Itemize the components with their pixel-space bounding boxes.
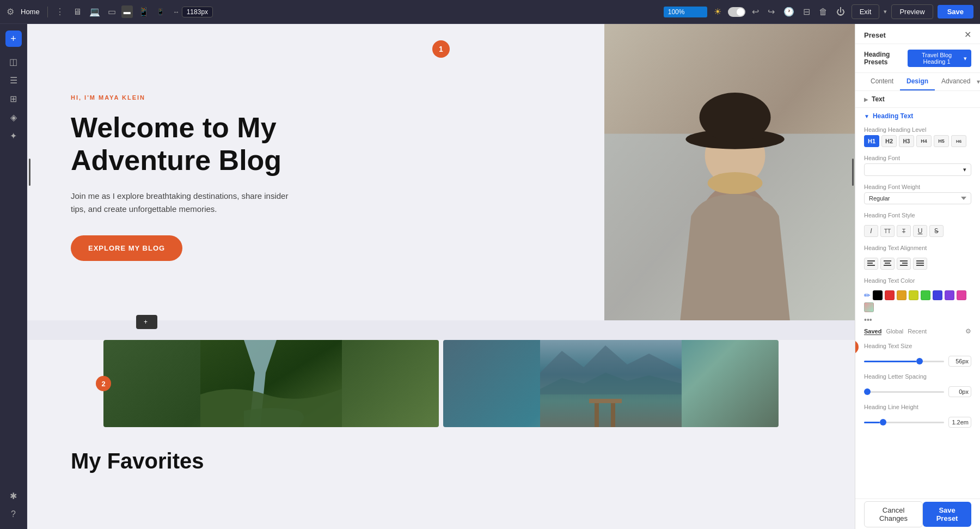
color-tab-global[interactable]: Global [886, 328, 903, 335]
dots-icon[interactable]: ⋮ [56, 7, 64, 17]
presets-dropdown[interactable]: Travel Blog Heading 1 ▾ [908, 50, 971, 67]
heading-font-row: Heading Font ▾ [855, 153, 980, 178]
text-size-value[interactable]: 56px [948, 356, 971, 367]
color-swatch-blue[interactable] [933, 290, 942, 300]
columns-icon[interactable]: ⊟ [801, 4, 812, 19]
text-section-title: Text [872, 95, 885, 103]
sun-icon[interactable]: ☀ [712, 4, 724, 19]
color-swatch-orange[interactable] [897, 290, 906, 300]
tabs-chevron-icon[interactable]: ▾ [977, 78, 980, 86]
phone-icon[interactable]: 📱 [136, 4, 151, 19]
heading-text-color-row: Heading Text Color [855, 275, 980, 288]
exit-chevron-icon[interactable]: ▾ [884, 8, 887, 15]
line-height-value[interactable]: 1.2em [948, 417, 971, 428]
undo-icon[interactable]: ↩ [750, 4, 761, 19]
hero-title: Welcome to My Adventure Blog [71, 112, 572, 177]
tab-design[interactable]: Design [900, 73, 935, 90]
cancel-changes-button[interactable]: Cancel Changes [864, 501, 923, 527]
strikethrough-button[interactable]: S̶ [929, 225, 944, 237]
toolbar: ⚙ Home ⋮ 🖥 💻 ▭ ▬ 📱 📱 ↔ 1183px 100% ☀ ↩ ↪… [0, 0, 980, 24]
uppercase-button[interactable]: TT [880, 225, 895, 237]
close-panel-button[interactable]: ✕ [964, 31, 971, 39]
search-input[interactable]: 100% [664, 7, 707, 17]
color-tab-recent[interactable]: Recent [908, 328, 927, 335]
heading-line-height-row: Heading Line Height [855, 402, 980, 415]
phone-small-icon[interactable]: 📱 [155, 6, 167, 17]
capitalize-button[interactable]: T [897, 225, 911, 237]
color-swatch-purple[interactable] [945, 290, 954, 300]
sidebar-media-icon[interactable]: ⊞ [5, 90, 22, 107]
tab-content[interactable]: Content [864, 73, 900, 90]
text-size-slider[interactable] [864, 357, 944, 366]
toolbar-right: 100% ☀ ↩ ↪ 🕐 ⊟ 🗑 ⏻ Exit ▾ Preview Save [664, 4, 973, 19]
save-preset-button[interactable]: Save Preset [923, 502, 971, 527]
sidebar-components-icon[interactable]: ◈ [5, 109, 22, 125]
h1-button[interactable]: H1 [864, 135, 879, 147]
main-area: + ◫ ☰ ⊞ ◈ ✦ ✱ ? 1 HI, I'M MAYA KLEIN [0, 24, 980, 529]
color-swatch-green[interactable] [921, 290, 930, 300]
h2-button[interactable]: H2 [881, 135, 897, 147]
sidebar-settings-icon[interactable]: ✱ [5, 488, 22, 504]
sidebar-pages-icon[interactable]: ☰ [5, 72, 22, 88]
hero-section[interactable]: HI, I'M MAYA KLEIN Welcome to My Adventu… [27, 24, 855, 320]
letter-spacing-slider[interactable] [864, 387, 944, 396]
h5-button[interactable]: H5 [934, 135, 949, 147]
save-button[interactable]: Save [938, 5, 973, 19]
align-left-button[interactable] [864, 258, 878, 270]
letter-spacing-value[interactable]: 0px [948, 386, 971, 397]
h3-button[interactable]: H3 [899, 135, 914, 147]
h4-button[interactable]: H4 [916, 135, 932, 147]
sidebar-help-icon[interactable]: ? [5, 506, 22, 522]
gear-icon[interactable]: ⚙ [7, 7, 14, 17]
add-element-button[interactable]: + [5, 31, 22, 47]
underline-button[interactable]: U [913, 225, 927, 237]
clock-icon[interactable]: 🕐 [781, 4, 797, 19]
align-justify-button[interactable] [913, 258, 927, 270]
heading-font-weight-label: Heading Font Weight [864, 184, 971, 190]
power-icon[interactable]: ⏻ [834, 5, 847, 19]
sidebar-apps-icon[interactable]: ✦ [5, 127, 22, 144]
line-height-thumb[interactable] [880, 419, 886, 425]
align-center-button[interactable] [880, 258, 895, 270]
color-swatch-pink[interactable] [957, 290, 966, 300]
left-sidebar: + ◫ ☰ ⊞ ◈ ✦ ✱ ? [0, 24, 27, 529]
text-section-header[interactable]: ▶ Text [855, 91, 980, 107]
heading-font-weight-select[interactable]: Regular Bold Light [864, 192, 971, 204]
italic-button[interactable]: I [864, 225, 878, 237]
redo-icon[interactable]: ↪ [765, 4, 777, 19]
tablet-icon[interactable]: ▭ [106, 4, 118, 19]
h6-button[interactable]: H6 [951, 135, 966, 147]
heading-font-selector[interactable]: ▾ [864, 163, 971, 176]
desktop-icon[interactable]: 🖥 [71, 5, 84, 19]
resize-left-handle[interactable] [27, 24, 32, 320]
color-swatch-red[interactable] [885, 290, 895, 300]
color-more-icon[interactable]: ••• [864, 315, 872, 324]
sidebar-layers-icon[interactable]: ◫ [5, 53, 22, 70]
color-swatch-yellow-green[interactable] [909, 290, 918, 300]
add-section-button[interactable]: + [136, 315, 157, 329]
tab-advanced[interactable]: Advanced [935, 73, 977, 90]
color-swatch-gradient[interactable] [864, 302, 874, 312]
step-2-size-badge: 2 [855, 340, 859, 354]
resize-right-handle[interactable] [850, 24, 855, 320]
trash-icon[interactable]: 🗑 [817, 5, 830, 19]
color-swatch-black[interactable] [873, 290, 883, 300]
add-section-area: + [27, 320, 855, 340]
align-right-button[interactable] [897, 258, 911, 270]
line-height-slider[interactable] [864, 418, 944, 427]
tablet-small-icon[interactable]: ▬ [121, 5, 133, 18]
hero-cta-button[interactable]: EXPLORE MY BLOG [71, 235, 182, 261]
exit-button[interactable]: Exit [852, 4, 880, 19]
heading-font-style-row: Heading Font Style [855, 210, 980, 223]
color-tab-saved[interactable]: Saved [864, 328, 881, 335]
gallery-image-2 [443, 340, 779, 427]
color-settings-icon[interactable]: ⚙ [965, 327, 971, 335]
laptop-icon[interactable]: 💻 [87, 4, 102, 19]
heading-font-label: Heading Font [864, 155, 971, 161]
text-size-thumb[interactable] [916, 358, 923, 364]
preview-button[interactable]: Preview [891, 4, 933, 19]
color-picker-icon[interactable]: ✏ [864, 291, 871, 300]
theme-toggle[interactable] [728, 7, 745, 17]
heading-text-header[interactable]: ▼ Heading Text [855, 108, 980, 124]
letter-spacing-thumb[interactable] [864, 388, 871, 395]
